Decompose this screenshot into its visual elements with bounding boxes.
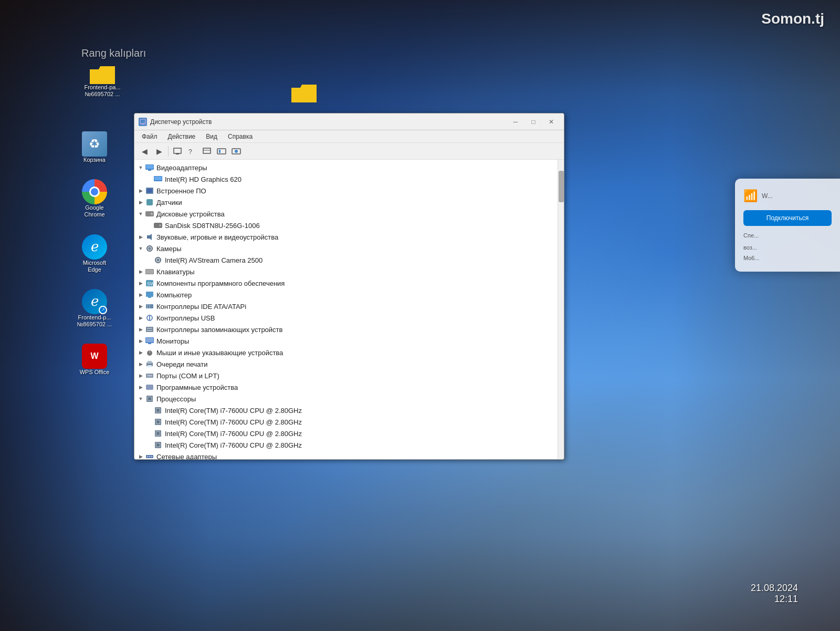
label-storage-ctrl: Контроллеры запоминающих устройств — [156, 326, 282, 334]
desktop-icon-folder1[interactable]: Frontend-pa...№6695702 ... — [81, 63, 123, 98]
tree-item-sensors[interactable]: ▶ Датчики — [134, 196, 558, 208]
icon-software-components: SW — [145, 279, 154, 287]
label-software-components: Компоненты программного обеспечения — [156, 280, 285, 287]
expander-print[interactable]: ▶ — [136, 360, 145, 368]
maximize-button[interactable]: □ — [525, 117, 542, 127]
icon-ide — [145, 302, 154, 311]
desktop-icon-chrome[interactable]: GoogleChrome — [74, 179, 116, 218]
expander-sensors[interactable]: ▶ — [136, 198, 145, 206]
icon-label-wps: WPS Office — [80, 369, 110, 376]
tree-item-software-components[interactable]: ▶ SW Компоненты программного обеспечения — [134, 277, 558, 289]
expander-sound[interactable]: ▶ — [136, 233, 145, 241]
window-controls: ─ □ ✕ — [507, 117, 560, 127]
tree-item-ports[interactable]: ▶ Порты (COM и LPT) — [134, 370, 558, 381]
tree-item-usb[interactable]: ▶ Контроллеры USB — [134, 312, 558, 324]
scrollbar-track[interactable] — [558, 160, 564, 459]
expander-software-components[interactable]: ▶ — [136, 279, 145, 287]
expander-sandisk[interactable] — [145, 221, 153, 230]
expander-cpu1[interactable] — [145, 406, 153, 415]
svg-point-73 — [151, 456, 153, 458]
menu-action[interactable]: Действие — [163, 132, 201, 141]
label-software-dev: Программные устройства — [156, 384, 238, 391]
label-cpu4: Intel(R) Core(TM) i7-7600U CPU @ 2.80GHz — [165, 441, 302, 449]
tree-item-cpu2[interactable]: Intel(R) Core(TM) i7-7600U CPU @ 2.80GHz — [134, 416, 558, 428]
icon-cpu3 — [153, 429, 163, 438]
tree-item-firmware[interactable]: ▶ Встроенное ПО — [134, 185, 558, 196]
expander-cpu3[interactable] — [145, 429, 153, 438]
back-button[interactable]: ◀ — [138, 145, 151, 158]
close-button[interactable]: ✕ — [543, 117, 560, 127]
toolbar-btn4[interactable] — [215, 145, 228, 158]
window-titlebar[interactable]: Диспетчер устройств ─ □ ✕ — [134, 113, 564, 130]
toolbar-btn2[interactable]: ? — [185, 145, 199, 158]
menu-view[interactable]: Вид — [201, 132, 223, 141]
expander-intel-graphics[interactable] — [145, 175, 153, 183]
desktop-icon-edge2[interactable]: ℯ ↗ Frontend-p...№8695702 ... — [74, 289, 116, 328]
expander-network[interactable]: ▶ — [136, 452, 145, 459]
expander-ports[interactable]: ▶ — [136, 371, 145, 380]
expander-firmware[interactable]: ▶ — [136, 187, 145, 195]
expander-videoadapters[interactable]: ▼ — [136, 163, 145, 172]
svg-rect-8 — [219, 150, 220, 153]
expander-processors[interactable]: ▼ — [136, 395, 145, 403]
expander-cpu4[interactable] — [145, 441, 153, 449]
toolbar-btn1[interactable] — [171, 145, 184, 158]
desktop-icon-recycle[interactable]: ♻ Корзина — [74, 131, 116, 163]
tree-item-mouse[interactable]: ▶ Мыши и иные указывающие устройства — [134, 347, 558, 358]
tree-item-camera-intel[interactable]: Intel(R) AVStream Camera 2500 — [134, 254, 558, 266]
toolbar-btn3[interactable] — [200, 145, 214, 158]
label-ports: Порты (COM и LPT) — [156, 372, 219, 380]
svg-rect-15 — [154, 177, 162, 180]
expander-keyboards[interactable]: ▶ — [136, 267, 145, 276]
tree-item-disks[interactable]: ▼ Дисковые устройства — [134, 208, 558, 220]
tree-item-keyboards[interactable]: ▶ Клавиатуры — [134, 266, 558, 277]
tree-item-computer[interactable]: ▶ Компьютер — [134, 289, 558, 301]
expander-cameras[interactable]: ▼ — [136, 244, 145, 253]
label-ide: Контроллеры IDE ATA/ATAPi — [156, 303, 246, 311]
svg-rect-3 — [176, 153, 179, 154]
icon-storage-ctrl — [145, 325, 154, 334]
tree-item-cpu1[interactable]: Intel(R) Core(TM) i7-7600U CPU @ 2.80GHz — [134, 405, 558, 416]
connect-button[interactable]: Подключиться — [743, 210, 832, 226]
tree-item-storage-ctrl[interactable]: ▶ Контроллеры запоминающих устройств — [134, 324, 558, 335]
tree-item-intel-graphics[interactable]: Intel(R) HD Graphics 620 — [134, 173, 558, 185]
tree-item-videoadapters[interactable]: ▼ Видеоадаптеры — [134, 162, 558, 173]
svg-point-51 — [148, 375, 149, 377]
minimize-button[interactable]: ─ — [507, 117, 524, 127]
menu-file[interactable]: Файл — [136, 132, 163, 141]
expander-software-dev[interactable]: ▶ — [136, 383, 145, 391]
clock-date: 21.08.2024 — [751, 583, 798, 594]
desktop-icon-wps[interactable]: W WPS Office — [74, 344, 116, 376]
scrollbar-thumb[interactable] — [559, 171, 564, 202]
tree-item-cpu4[interactable]: Intel(R) Core(TM) i7-7600U CPU @ 2.80GHz — [134, 439, 558, 451]
label-cpu3: Intel(R) Core(TM) i7-7600U CPU @ 2.80GHz — [165, 430, 302, 438]
menu-help[interactable]: Справка — [223, 132, 258, 141]
expander-ide[interactable]: ▶ — [136, 302, 145, 311]
tree-item-sound[interactable]: ▶ Звуковые, игровые и видеоустройства — [134, 231, 558, 243]
expander-cpu2[interactable] — [145, 418, 153, 426]
expander-disks[interactable]: ▼ — [136, 210, 145, 218]
desktop-icon-edge[interactable]: ℯ MicrosoftEdge — [74, 234, 116, 273]
device-tree[interactable]: ▼ Видеоадаптеры Intel(R) HD Graphics 620 — [134, 160, 558, 459]
tree-item-network[interactable]: ▶ Сетевые адаптеры — [134, 451, 558, 459]
desktop-icon-folder2[interactable] — [291, 81, 317, 102]
tree-item-processors[interactable]: ▼ Процессоры — [134, 393, 558, 405]
expander-computer[interactable]: ▶ — [136, 291, 145, 299]
forward-button[interactable]: ▶ — [152, 145, 166, 158]
expander-mouse[interactable]: ▶ — [136, 348, 145, 357]
expander-camera-intel[interactable] — [145, 256, 153, 264]
label-videoadapters: Видеоадаптеры — [156, 164, 207, 172]
desktop: Somon.tj Rang kalıpları Frontend-pa...№6… — [0, 0, 840, 631]
expander-monitors[interactable]: ▶ — [136, 337, 145, 345]
tree-item-cpu3[interactable]: Intel(R) Core(TM) i7-7600U CPU @ 2.80GHz — [134, 428, 558, 439]
tree-item-monitors[interactable]: ▶ Мониторы — [134, 335, 558, 347]
tree-item-ide[interactable]: ▶ Контроллеры IDE ATA/ATAPi — [134, 301, 558, 312]
expander-storage-ctrl[interactable]: ▶ — [136, 325, 145, 334]
tree-item-sandisk[interactable]: SanDisk SD8TN8U-256G-1006 — [134, 220, 558, 231]
toolbar-btn5[interactable] — [229, 145, 243, 158]
expander-usb[interactable]: ▶ — [136, 314, 145, 322]
svg-rect-17 — [147, 189, 152, 193]
tree-item-cameras[interactable]: ▼ Камеры — [134, 243, 558, 254]
tree-item-software-dev[interactable]: ▶ Программные устройства — [134, 381, 558, 393]
tree-item-print[interactable]: ▶ Очереди печати — [134, 358, 558, 370]
